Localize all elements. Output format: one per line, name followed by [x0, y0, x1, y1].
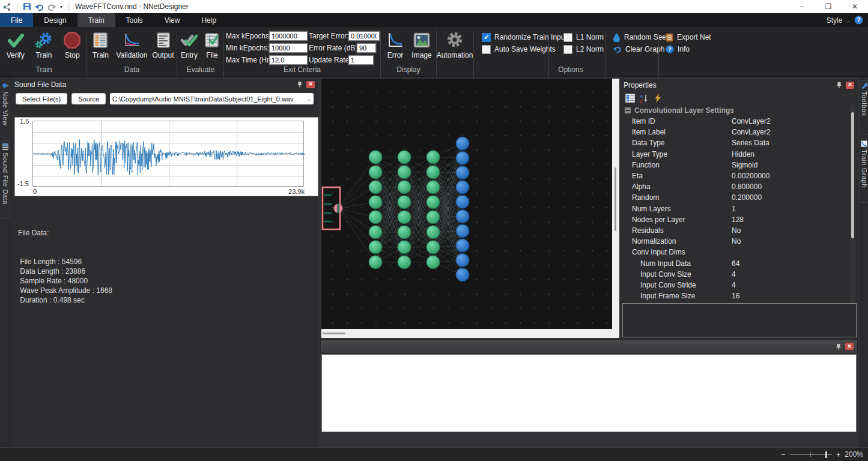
quick-access-dropdown-icon[interactable]: ▾ [60, 4, 62, 10]
property-row[interactable]: NormalizationNo [625, 236, 847, 247]
target-error-input[interactable] [348, 31, 380, 41]
property-value[interactable]: 64 [732, 259, 739, 268]
property-row[interactable]: Input Conv Stride4 [625, 280, 847, 291]
canvas-horizontal-scrollbar[interactable] [321, 329, 612, 338]
info-button[interactable]: ? Info [666, 43, 711, 55]
save-icon[interactable] [23, 2, 31, 11]
property-row[interactable]: Num Input Data64 [625, 258, 847, 268]
zoom-in-button[interactable]: + [836, 450, 841, 459]
update-rate-input[interactable] [348, 55, 374, 65]
checkbox-icon[interactable] [563, 45, 572, 54]
image-display-button[interactable]: Image [408, 29, 435, 59]
property-row[interactable]: Data TypeSeries Data [625, 137, 847, 148]
randomize-train-inputs-checkbox[interactable]: Randomize Train Inputs [482, 31, 571, 43]
sidebar-tab-train-graph[interactable]: Train Graph [860, 138, 868, 203]
property-value[interactable]: No [732, 226, 741, 235]
properties-scrollbar[interactable] [850, 105, 855, 326]
checkbox-icon[interactable] [482, 45, 491, 54]
validation-button[interactable]: Validation [115, 29, 148, 59]
restore-button[interactable]: ❐ [815, 0, 842, 13]
style-dropdown[interactable]: Style [827, 16, 843, 25]
automation-button[interactable]: Automation [437, 29, 472, 59]
property-row[interactable]: ResidualsNo [625, 225, 847, 236]
pin-icon[interactable] [297, 81, 303, 88]
auto-save-weights-checkbox[interactable]: Auto Save Weights [482, 43, 571, 55]
property-value[interactable]: 1 [732, 205, 736, 213]
property-value[interactable]: 0.200000 [732, 193, 762, 202]
clear-graph-button[interactable]: Clear Graph [613, 43, 670, 55]
property-value[interactable]: 0.00200000 [732, 172, 769, 180]
minimize-button[interactable]: – [789, 0, 815, 13]
property-value[interactable]: 0.800000 [732, 182, 762, 191]
export-net-button[interactable]: Export Net [666, 31, 711, 43]
property-value[interactable]: 16 [732, 292, 739, 300]
help-icon[interactable]: ? [854, 16, 863, 25]
stop-button[interactable]: Stop [59, 29, 85, 59]
property-row[interactable]: Input Frame Size16 [625, 291, 847, 301]
file-path-input[interactable] [112, 95, 306, 103]
checkbox-icon[interactable] [482, 33, 491, 42]
property-value[interactable]: ConvLayer2 [732, 117, 771, 125]
close-panel-button[interactable]: ✕ [846, 82, 854, 89]
property-row[interactable]: Item IDConvLayer2 [625, 116, 847, 127]
l1-norm-checkbox[interactable]: L1 Norm [563, 31, 604, 43]
property-value[interactable]: 4 [732, 281, 736, 289]
source-button[interactable]: Source [71, 93, 106, 104]
l2-norm-checkbox[interactable]: L2 Norm [563, 43, 604, 55]
error-display-button[interactable]: Error [382, 29, 408, 59]
scrollbar-thumb[interactable] [615, 167, 616, 231]
property-row[interactable]: Random0.200000 [625, 192, 847, 203]
scrollbar-thumb[interactable] [323, 333, 345, 334]
undo-icon[interactable] [35, 3, 44, 11]
checkbox-icon[interactable] [563, 33, 572, 42]
zoom-slider[interactable] [790, 451, 832, 458]
close-button[interactable]: ✕ [842, 0, 868, 13]
tab-design[interactable]: Design [33, 13, 77, 27]
property-value[interactable]: Hidden [732, 150, 754, 158]
sound-panel-header[interactable]: Sound File Data ✕ [11, 78, 318, 91]
error-rate-input[interactable] [357, 43, 376, 53]
tab-train[interactable]: Train [77, 13, 115, 27]
categorized-view-icon[interactable] [625, 93, 635, 103]
property-row[interactable]: Alpha0.800000 [625, 181, 847, 192]
evaluate-file-button[interactable]: File [201, 29, 223, 59]
train-button[interactable]: Train [31, 29, 56, 59]
section-convolutional-layer-settings[interactable]: Convolutional Layer Settings [620, 104, 858, 116]
pin-icon[interactable] [836, 343, 842, 350]
max-kepochs-input[interactable] [269, 31, 308, 41]
canvas-vertical-scrollbar[interactable] [612, 79, 619, 338]
property-value[interactable]: 4 [732, 270, 736, 279]
property-value[interactable]: ConvLayer2 [732, 128, 771, 136]
pin-icon[interactable] [836, 82, 842, 88]
max-time-input[interactable] [269, 55, 308, 65]
entry-button[interactable]: Entry [178, 29, 201, 59]
property-row[interactable]: Num Layers1 [625, 203, 847, 214]
output-button[interactable]: Output [151, 29, 175, 59]
property-row[interactable]: FunctionSigmoid [625, 160, 847, 170]
close-panel-button[interactable]: ✕ [845, 343, 854, 350]
tab-file[interactable]: File [0, 13, 33, 27]
redo-icon[interactable] [47, 3, 56, 11]
property-row[interactable]: Conv Input Dims [625, 247, 847, 258]
properties-panel-header[interactable]: Properties ✕ [620, 79, 858, 91]
verify-button[interactable]: Verify [2, 29, 28, 59]
zoom-slider-thumb[interactable] [825, 451, 827, 458]
tab-tools[interactable]: Tools [115, 13, 154, 27]
property-value[interactable]: No [732, 237, 741, 246]
close-panel-button[interactable]: ✕ [306, 81, 315, 88]
events-lightning-icon[interactable] [652, 93, 663, 103]
zoom-out-button[interactable]: − [781, 450, 786, 459]
file-path-combobox[interactable]: ⌄ [110, 93, 314, 104]
random-seed-button[interactable]: Random Seed [613, 31, 670, 43]
network-canvas[interactable] [321, 79, 612, 329]
chevron-down-icon[interactable]: ⌄ [306, 96, 311, 102]
property-row[interactable]: Input Conv Size4 [625, 269, 847, 280]
property-row[interactable]: Nodes per Layer128 [625, 214, 847, 225]
scrollbar-thumb[interactable] [851, 112, 854, 238]
property-row[interactable]: Item LabelConvLayer2 [625, 127, 847, 137]
property-value[interactable]: 128 [732, 215, 744, 224]
select-files-button[interactable]: Select File(s) [16, 93, 67, 104]
property-value[interactable]: Sigmoid [732, 161, 757, 169]
tab-help[interactable]: Help [190, 13, 227, 27]
property-row[interactable]: Layer TypeHidden [625, 149, 847, 160]
